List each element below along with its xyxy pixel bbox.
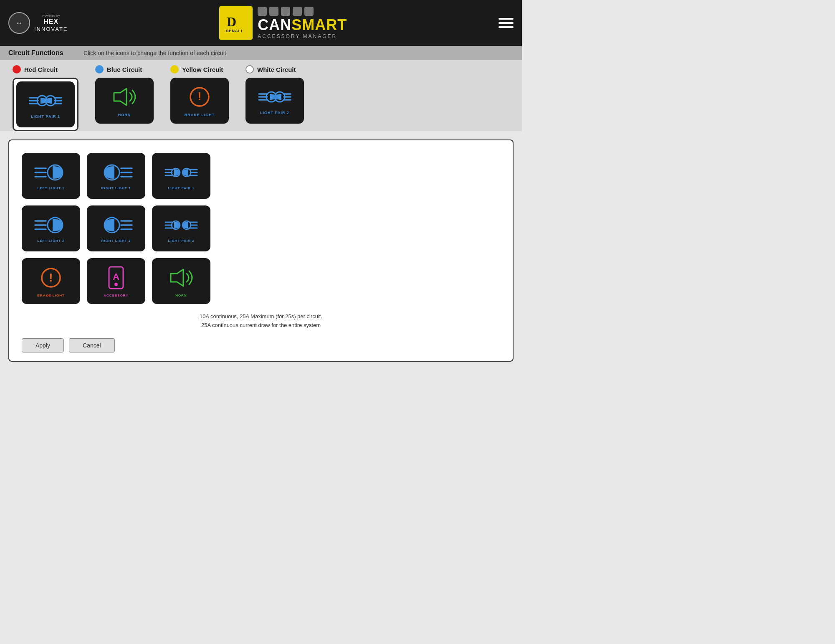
info-text: 10A continuous, 25A Maximum (for 25s) pe… bbox=[22, 312, 500, 330]
cansmart-text-group: CANSMART ACCESSORY MANAGER bbox=[258, 7, 347, 39]
horn-icon-blue bbox=[110, 84, 139, 109]
horn-label: HORN bbox=[175, 294, 187, 297]
light-pair-2-button[interactable]: LIGHT PAIR 2 bbox=[152, 205, 210, 251]
top-section: Red Circuit bbox=[0, 60, 522, 131]
light-pair-1-grid-label: LIGHT PAIR 1 bbox=[168, 186, 194, 190]
blue-circuit-icon-box: HORN bbox=[95, 78, 154, 124]
circuit-tab-blue[interactable]: Blue Circuit HORN bbox=[95, 65, 154, 124]
white-circuit-icon-box: LIGHT PAIR 2 bbox=[245, 78, 304, 124]
light-pair-1-icon-red bbox=[29, 90, 62, 111]
can-text: CAN bbox=[258, 16, 291, 33]
right-light-1-button[interactable]: RIGHT LIGHT 1 bbox=[87, 153, 145, 199]
cansmart-title: CANSMART bbox=[258, 18, 347, 33]
blue-circuit-text: Blue Circuit bbox=[107, 66, 142, 73]
cancel-button[interactable]: Cancel bbox=[69, 338, 115, 352]
white-dot-icon bbox=[245, 65, 254, 74]
circuit-bar-title: Circuit Functions bbox=[8, 49, 75, 57]
horn-button[interactable]: HORN bbox=[152, 258, 210, 304]
right-light-2-icon bbox=[99, 215, 133, 236]
header: ↔ Powered by HEX INNOVATE D DENALI bbox=[0, 0, 522, 46]
hex-brand-text: Powered by HEX INNOVATE bbox=[34, 14, 68, 32]
red-circuit-text: Red Circuit bbox=[24, 66, 58, 73]
brand-name: HEX bbox=[34, 18, 68, 25]
light-pair-2-icon-white bbox=[258, 86, 291, 107]
left-light-2-icon bbox=[34, 215, 68, 236]
left-light-1-icon bbox=[34, 162, 68, 183]
accessory-icon: A bbox=[106, 265, 127, 290]
right-light-2-label: RIGHT LIGHT 2 bbox=[101, 239, 131, 243]
action-buttons: Apply Cancel bbox=[22, 338, 500, 352]
left-light-1-label: LEFT LIGHT 1 bbox=[38, 186, 65, 190]
info-text-line1: 10A continuous, 25A Maximum (for 25s) pe… bbox=[22, 312, 500, 321]
brake-icon-yellow: ! bbox=[185, 84, 214, 109]
yellow-circuit-icon-box: ! BRAKE LIGHT bbox=[170, 78, 229, 124]
accessory-button[interactable]: A ACCESSORY bbox=[87, 258, 145, 304]
header-left: ↔ Powered by HEX INNOVATE bbox=[8, 12, 68, 34]
white-circuit-text: White Circuit bbox=[257, 66, 296, 73]
circuit-tab-red[interactable]: Red Circuit bbox=[13, 65, 78, 131]
svg-point-57 bbox=[114, 283, 118, 286]
accessory-label: ACCESSORY bbox=[104, 294, 128, 297]
light-pair-1-button[interactable]: LIGHT PAIR 1 bbox=[152, 153, 210, 199]
hamburger-line-3 bbox=[498, 26, 514, 28]
red-icon-label: LIGHT PAIR 1 bbox=[31, 114, 60, 119]
brand-sub: INNOVATE bbox=[34, 26, 68, 33]
white-icon-label: LIGHT PAIR 2 bbox=[260, 111, 289, 115]
blue-dot-icon bbox=[95, 65, 104, 74]
info-text-line2: 25A continuous current draw for the enti… bbox=[22, 321, 500, 330]
menu-button[interactable] bbox=[498, 18, 514, 28]
red-dot-icon bbox=[13, 65, 21, 74]
brake-light-icon: ! bbox=[36, 265, 66, 290]
circuit-tab-yellow[interactable]: Yellow Circuit ! BRAKE LIGHT bbox=[170, 65, 229, 124]
yellow-dot-icon bbox=[170, 65, 179, 74]
right-light-2-button[interactable]: RIGHT LIGHT 2 bbox=[87, 205, 145, 251]
yellow-icon-label: BRAKE LIGHT bbox=[185, 113, 215, 117]
selection-panel: LEFT LIGHT 1 RIGHT LIGHT 1 bbox=[8, 139, 514, 362]
right-light-1-icon bbox=[99, 162, 133, 183]
red-circuit-label: Red Circuit bbox=[13, 65, 58, 74]
denali-logo-icon: D DENALI bbox=[223, 10, 248, 35]
brake-light-button[interactable]: ! BRAKE LIGHT bbox=[22, 258, 80, 304]
left-light-2-label: LEFT LIGHT 2 bbox=[38, 239, 65, 243]
white-circuit-label: White Circuit bbox=[245, 65, 296, 74]
right-light-1-label: RIGHT LIGHT 1 bbox=[101, 186, 131, 190]
circuit-tab-white[interactable]: White Circuit LIGHT PAIR 2 bbox=[245, 65, 304, 124]
cansmart-dots bbox=[258, 7, 347, 16]
light-pair-1-grid-icon bbox=[164, 162, 198, 183]
cansmart-logo: D DENALI CANSMART ACCESSORY MANAGER bbox=[219, 6, 347, 40]
red-circuit-icon-box: LIGHT PAIR 1 bbox=[16, 81, 75, 127]
svg-text:!: ! bbox=[49, 271, 53, 284]
hamburger-line-1 bbox=[498, 18, 514, 20]
horn-grid-icon bbox=[167, 265, 196, 290]
red-circuit-active-wrapper: LIGHT PAIR 1 bbox=[13, 78, 78, 131]
apply-button[interactable]: Apply bbox=[22, 338, 64, 352]
svg-text:!: ! bbox=[197, 90, 201, 103]
blue-icon-label: HORN bbox=[118, 113, 131, 117]
yellow-circuit-text: Yellow Circuit bbox=[182, 66, 223, 73]
circuit-bar-description: Click on the icons to change the functio… bbox=[84, 50, 226, 56]
hamburger-line-2 bbox=[498, 22, 514, 24]
brake-light-label: BRAKE LIGHT bbox=[37, 294, 65, 297]
smart-text: SMART bbox=[291, 16, 347, 33]
svg-text:DENALI: DENALI bbox=[226, 29, 243, 33]
blue-circuit-label: Blue Circuit bbox=[95, 65, 142, 74]
svg-text:A: A bbox=[113, 271, 119, 282]
hex-logo: ↔ bbox=[8, 12, 30, 34]
left-light-2-button[interactable]: LEFT LIGHT 2 bbox=[22, 205, 80, 251]
light-pair-2-grid-label: LIGHT PAIR 2 bbox=[168, 239, 194, 243]
light-pair-2-grid-icon bbox=[164, 215, 198, 236]
left-light-1-button[interactable]: LEFT LIGHT 1 bbox=[22, 153, 80, 199]
powered-by-label: Powered by bbox=[34, 14, 68, 18]
yellow-circuit-label: Yellow Circuit bbox=[170, 65, 223, 74]
icon-grid: LEFT LIGHT 1 RIGHT LIGHT 1 bbox=[22, 153, 500, 304]
circuits-row: Red Circuit bbox=[0, 60, 522, 131]
denali-box: D DENALI bbox=[219, 6, 253, 40]
svg-text:D: D bbox=[227, 14, 236, 29]
circuit-bar: Circuit Functions Click on the icons to … bbox=[0, 46, 522, 60]
cansmart-subtitle: ACCESSORY MANAGER bbox=[258, 33, 347, 39]
hex-circle-icon: ↔ bbox=[8, 12, 30, 34]
